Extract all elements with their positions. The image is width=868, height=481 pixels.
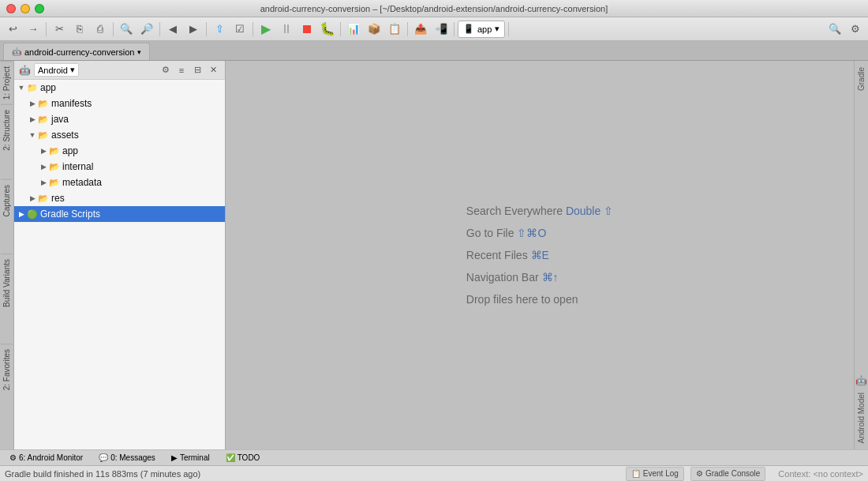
folder-icon-res: 📂 [38,194,49,204]
toolbar-cut-btn[interactable]: ✂ [50,20,69,39]
captures-tab[interactable]: Captures [1,179,13,222]
tree-view: ▼ 📁 app ▶ 📂 manifests ▶ 📂 java ▼ 📂 asset… [14,80,225,449]
tree-item-assets[interactable]: ▼ 📂 assets [14,127,225,143]
messages-icon: 💬 [99,453,108,462]
tree-item-assets-app[interactable]: ▶ 📂 app [14,143,225,159]
tree-arrow-assets: ▼ [27,131,38,139]
messages-label: 0: Messages [110,453,155,462]
tree-arrow-app: ▼ [16,84,27,92]
toolbar-paste-btn[interactable]: ⎙ [91,20,110,39]
toolbar-copy-btn[interactable]: ⎘ [70,20,89,39]
android-icon: 🤖 [12,47,21,56]
project-tab-main[interactable]: 🤖 android-currency-conversion ▾ [3,43,150,60]
toolbar-avd-btn[interactable]: 📲 [432,20,451,39]
toolbar-forward-btn[interactable]: → [24,20,43,39]
chevron-down-icon: ▾ [70,65,75,75]
run-config-icon: 📱 [463,24,474,34]
todo-icon: ✅ [226,453,235,462]
toolbar-sep-4 [206,22,207,36]
android-monitor-label: 6: Android Monitor [19,453,83,462]
minimize-button[interactable] [21,4,30,13]
toolbar-sep-1 [46,22,47,36]
toolbar-analyze-btn[interactable]: 📋 [385,20,404,39]
run-config-dropdown[interactable]: 📱 app ▾ [458,21,505,38]
tree-item-gradle-scripts[interactable]: ▶ 🟢 Gradle Scripts [14,206,225,222]
favorites-tab[interactable]: 2: Favorites [1,344,13,395]
panel-close-btn[interactable]: ✕ [206,63,220,77]
todo-tab[interactable]: ✅ TODO [219,451,267,465]
folder-icon-java: 📂 [38,115,49,125]
structure-tab[interactable]: 2: Structure [1,104,13,156]
toolbar-coverage-btn[interactable]: 📊 [344,20,363,39]
event-log-label: Event Log [643,469,679,478]
toolbar-sep-9 [508,22,509,36]
maximize-button[interactable] [35,4,44,13]
tree-item-java[interactable]: ▶ 📂 java [14,111,225,127]
window-title: android-currency-conversion – [~/Desktop… [260,4,608,13]
toolbar-next-btn[interactable]: ▶ [184,20,203,39]
tree-arrow-java: ▶ [27,115,38,123]
toolbar-settings-btn[interactable]: ⚙ [846,20,865,39]
tree-arrow-gradle: ▶ [16,210,27,218]
hint-recent-files: Recent Files ⌘E [466,249,549,261]
folder-icon-assets-app: 📂 [49,146,60,156]
messages-tab[interactable]: 💬 0: Messages [92,451,162,465]
editor-placeholder: Search Everywhere Double ⇧ Go to File ⇧⌘… [466,205,613,306]
terminal-icon: ▶ [171,453,178,462]
android-model-label[interactable]: Android Model [857,389,866,446]
tree-item-app[interactable]: ▼ 📁 app [14,80,225,96]
event-log-btn[interactable]: 📋 Event Log [626,467,684,481]
tree-label-assets-app: app [62,145,78,156]
stop-button[interactable]: ⏹ [297,20,316,39]
android-dropdown[interactable]: Android ▾ [34,63,79,77]
toolbar-build-btn[interactable]: ⇧ [210,20,229,39]
tree-item-assets-internal[interactable]: ▶ 📂 internal [14,159,225,175]
gradle-console-label: Gradle Console [705,469,760,478]
tree-label-java: java [51,114,69,125]
toolbar-search-btn[interactable]: 🔍 [825,20,844,39]
toolbar-find-btn[interactable]: 🔍 [117,20,136,39]
hint-go-to-file: Go to File ⇧⌘O [466,227,546,239]
editor-area[interactable]: Search Everywhere Double ⇧ Go to File ⇧⌘… [226,61,854,449]
close-button[interactable] [6,4,16,13]
panel-collapse-btn[interactable]: ⊟ [190,63,204,77]
module-icon: 📁 [27,83,38,93]
toolbar-sep-3 [159,22,160,36]
toolbar-pause-btn[interactable]: ⏸ [277,20,296,39]
panel-sort-btn[interactable]: ≡ [174,63,189,77]
event-log-icon: 📋 [631,469,641,478]
project-tab[interactable]: 1: Project [1,61,13,104]
status-message: Gradle build finished in 11s 883ms (7 mi… [5,469,200,479]
android-monitor-icon: ⚙ [9,453,17,462]
tree-label-assets-internal: internal [62,161,93,172]
toolbar-sdk-btn[interactable]: 📤 [411,20,430,39]
run-button[interactable]: ▶ [256,20,275,39]
toolbar-check-btn[interactable]: ☑ [230,20,249,39]
tree-label-assets: assets [51,130,79,141]
debug-button[interactable]: 🐛 [318,20,337,39]
toolbar: ↩ → ✂ ⎘ ⎙ 🔍 🔎 ◀ ▶ ⇧ ☑ ▶ ⏸ ⏹ 🐛 📊 📦 📋 📤 📲 … [0,17,868,41]
tree-arrow-manifests: ▶ [27,100,38,107]
toolbar-build2-btn[interactable]: 📦 [365,20,383,39]
todo-label: TODO [238,453,260,462]
toolbar-prev-btn[interactable]: ◀ [163,20,182,39]
tree-arrow-assets-internal: ▶ [38,163,49,171]
tree-item-manifests[interactable]: ▶ 📂 manifests [14,96,225,111]
build-variants-tab[interactable]: Build Variants [1,254,13,312]
android-icon: 🤖 [19,65,31,76]
tree-item-res[interactable]: ▶ 📂 res [14,190,225,206]
toolbar-replace-btn[interactable]: 🔎 [137,20,156,39]
tree-label-assets-metadata: metadata [62,177,102,188]
tree-label-app: app [40,82,56,93]
gradle-panel-label[interactable]: Gradle [857,64,866,94]
toolbar-sep-7 [407,22,408,36]
android-monitor-tab[interactable]: ⚙ 6: Android Monitor [3,451,89,465]
tree-item-assets-metadata[interactable]: ▶ 📂 metadata [14,175,225,190]
tree-label-manifests: manifests [51,98,92,109]
panel-settings-btn[interactable]: ⚙ [159,63,173,77]
toolbar-back-btn[interactable]: ↩ [3,20,22,39]
terminal-tab[interactable]: ▶ Terminal [165,451,216,465]
gradle-console-btn[interactable]: ⚙ Gradle Console [690,467,765,481]
window-controls [6,4,44,13]
tree-arrow-assets-app: ▶ [38,147,49,155]
